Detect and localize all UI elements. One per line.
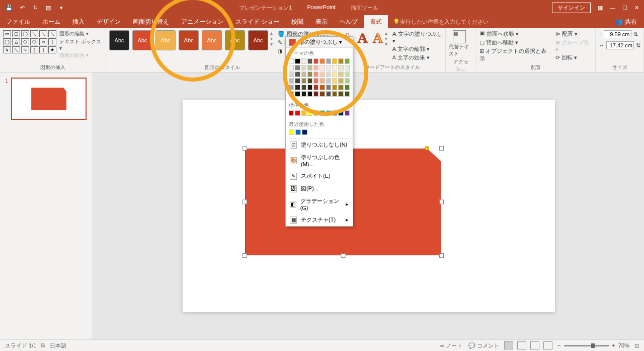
color-swatch[interactable] — [332, 72, 337, 77]
gallery-more-icon[interactable]: ▾ — [270, 41, 273, 47]
comments-button[interactable]: 💬 コメント — [468, 342, 499, 349]
align-button[interactable]: ⊫ 配置 ▾ — [555, 30, 592, 38]
color-swatch[interactable] — [332, 85, 337, 90]
fit-to-window-icon[interactable]: ⊡ — [634, 342, 639, 349]
text-effects-button[interactable]: A 文字の効果 ▾ — [392, 54, 442, 61]
color-swatch[interactable] — [307, 78, 312, 84]
text-outline-button[interactable]: A 文字の輪郭 ▾ — [392, 45, 442, 53]
color-swatch[interactable] — [326, 85, 331, 90]
color-swatch[interactable] — [319, 65, 325, 71]
tab-transitions[interactable]: 画面切り替え — [127, 15, 175, 28]
color-swatch[interactable] — [319, 85, 325, 90]
redo-icon[interactable]: ↻ — [31, 5, 39, 11]
color-swatch[interactable] — [301, 58, 306, 64]
color-swatch[interactable] — [301, 65, 306, 71]
color-swatch[interactable] — [295, 85, 300, 90]
slide-canvas[interactable] — [183, 100, 555, 312]
color-swatch[interactable] — [319, 58, 325, 64]
merge-shapes-button[interactable]: 図形の結合 ▾ — [59, 52, 103, 59]
color-swatch[interactable] — [295, 129, 301, 135]
color-swatch[interactable] — [326, 78, 331, 84]
color-swatch[interactable] — [307, 85, 312, 90]
selection-pane-button[interactable]: ⊞ オブジェクトの選択と表示 — [479, 47, 548, 62]
texture-fill-item[interactable]: ▦テクスチャ(T)▸ — [286, 214, 353, 226]
color-swatch[interactable] — [301, 78, 306, 84]
tab-slideshow[interactable]: スライド ショー — [229, 15, 285, 28]
style-swatch[interactable]: Abc — [202, 30, 222, 50]
resize-handle-br[interactable] — [439, 253, 444, 258]
reading-view-icon[interactable] — [530, 341, 539, 349]
tab-help[interactable]: ヘルプ — [334, 15, 364, 28]
wa-more-icon[interactable]: ▾ — [385, 41, 387, 47]
sorter-view-icon[interactable] — [517, 341, 526, 349]
adjust-handle[interactable] — [425, 146, 429, 151]
qat-more-icon[interactable]: ▾ — [57, 5, 65, 11]
style-swatch[interactable]: Abc — [179, 30, 199, 50]
edit-shape-button[interactable]: 図形の編集 ▾ — [59, 30, 103, 37]
more-colors-item[interactable]: 🎨塗りつぶしの色(M)... — [286, 151, 353, 170]
color-swatch[interactable] — [345, 85, 350, 90]
zoom-level[interactable]: 70% — [618, 342, 629, 348]
color-swatch[interactable] — [345, 110, 350, 116]
slideshow-view-icon[interactable] — [543, 341, 552, 349]
resize-handle-ml[interactable] — [243, 200, 247, 204]
tab-insert[interactable]: 挿入 — [66, 15, 91, 28]
gradient-fill-item[interactable]: ◧グラデーション(G)▸ — [286, 195, 353, 214]
eyedropper-item[interactable]: ✎スポイト(E) — [286, 170, 353, 182]
no-fill-item[interactable]: ∅塗りつぶしなし(N) — [286, 138, 353, 151]
color-swatch[interactable] — [307, 65, 312, 71]
color-swatch[interactable] — [332, 58, 337, 64]
send-backward-button[interactable]: ▢ 背面へ移動 ▾ — [479, 39, 548, 46]
color-swatch[interactable] — [332, 91, 337, 97]
resize-handle-bl[interactable] — [243, 253, 247, 258]
language-indicator[interactable]: 日本語 — [50, 342, 66, 349]
color-swatch[interactable] — [313, 110, 318, 116]
color-swatch[interactable] — [345, 91, 350, 97]
color-swatch[interactable] — [319, 72, 325, 77]
tab-design[interactable]: デザイン — [91, 15, 127, 28]
tab-file[interactable]: ファイル — [0, 15, 36, 28]
color-swatch[interactable] — [289, 58, 294, 64]
color-swatch[interactable] — [307, 91, 312, 97]
color-swatch[interactable] — [307, 58, 312, 64]
style-swatch[interactable]: Abc — [248, 30, 268, 50]
normal-view-icon[interactable] — [504, 341, 513, 349]
color-swatch[interactable] — [326, 72, 331, 77]
tab-view[interactable]: 表示 — [309, 15, 334, 28]
resize-handle-tr[interactable] — [439, 146, 444, 151]
color-swatch[interactable] — [338, 78, 343, 84]
picture-fill-item[interactable]: 🖼図(P)... — [286, 182, 353, 195]
bring-forward-button[interactable]: ▣ 前面へ移動 ▾ — [479, 30, 548, 38]
color-swatch[interactable] — [338, 72, 343, 77]
rotate-button[interactable]: ⟳ 回転 ▾ — [555, 54, 592, 61]
color-swatch[interactable] — [289, 85, 294, 90]
color-swatch[interactable] — [326, 65, 331, 71]
zoom-slider[interactable] — [564, 345, 609, 346]
group-button[interactable]: ⊞ グループ化 ▾ — [555, 39, 592, 53]
color-swatch[interactable] — [301, 91, 306, 97]
color-swatch[interactable] — [295, 110, 300, 116]
zoom-out-icon[interactable]: − — [557, 342, 560, 348]
color-swatch[interactable] — [326, 58, 331, 64]
color-swatch[interactable] — [332, 65, 337, 71]
color-swatch[interactable] — [313, 78, 318, 84]
slide-thumbnail[interactable] — [11, 78, 87, 120]
color-swatch[interactable] — [345, 58, 350, 64]
tab-format[interactable]: 書式 — [364, 15, 388, 28]
color-swatch[interactable] — [289, 72, 294, 77]
color-swatch[interactable] — [301, 85, 306, 90]
maximize-icon[interactable]: ☐ — [622, 5, 627, 11]
color-swatch[interactable] — [307, 72, 312, 77]
color-swatch[interactable] — [338, 58, 343, 64]
color-swatch[interactable] — [307, 110, 312, 116]
text-fill-button[interactable]: A̲ 文字の塗りつぶし ▾ — [392, 30, 442, 44]
close-icon[interactable]: ✕ — [634, 5, 639, 11]
notes-button[interactable]: ≐ ノート — [440, 342, 462, 349]
thumbnail-pane[interactable]: 1 — [0, 73, 93, 339]
width-input[interactable] — [606, 41, 634, 49]
resize-handle-tl[interactable] — [243, 146, 247, 151]
zoom-in-icon[interactable]: + — [612, 342, 615, 348]
color-swatch[interactable] — [313, 85, 318, 90]
gallery-down-icon[interactable]: ▾ — [270, 36, 273, 41]
tab-review[interactable]: 校閲 — [285, 15, 309, 28]
